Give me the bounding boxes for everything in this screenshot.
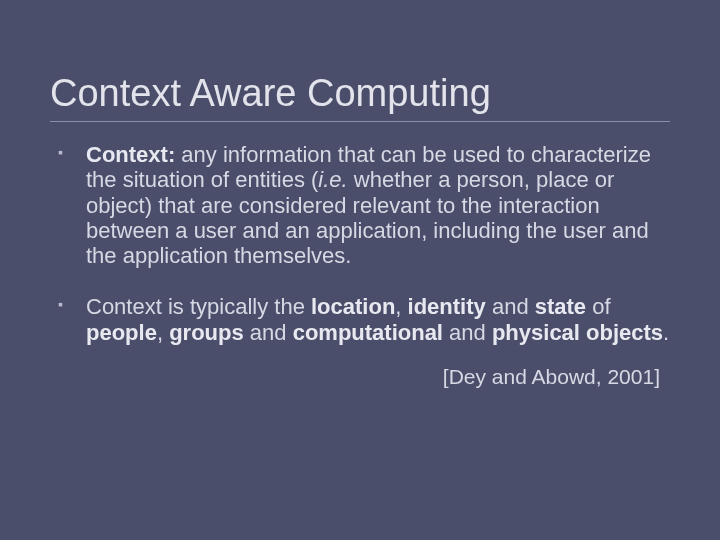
bullet1-italic: i.e. xyxy=(318,167,347,192)
bullet-list: Context: any information that can be use… xyxy=(50,142,670,345)
b2-p6: and xyxy=(244,320,293,345)
b2-p8: . xyxy=(663,320,669,345)
b2-identity: identity xyxy=(408,294,486,319)
slide-title: Context Aware Computing xyxy=(50,72,670,122)
b2-p1: Context is typically the xyxy=(86,294,311,319)
bullet-item-1: Context: any information that can be use… xyxy=(58,142,670,268)
b2-p7: and xyxy=(443,320,492,345)
b2-computational: computational xyxy=(293,320,443,345)
b2-physical-objects: physical objects xyxy=(492,320,663,345)
b2-p4: of xyxy=(586,294,610,319)
b2-p5: , xyxy=(157,320,169,345)
context-label: Context: xyxy=(86,142,175,167)
b2-p3: and xyxy=(486,294,535,319)
citation: [Dey and Abowd, 2001] xyxy=(50,365,670,389)
b2-location: location xyxy=(311,294,395,319)
b2-groups: groups xyxy=(169,320,244,345)
slide: Context Aware Computing Context: any inf… xyxy=(0,0,720,429)
bullet-item-2: Context is typically the location, ident… xyxy=(58,294,670,345)
b2-state: state xyxy=(535,294,586,319)
b2-p2: , xyxy=(395,294,407,319)
b2-people: people xyxy=(86,320,157,345)
